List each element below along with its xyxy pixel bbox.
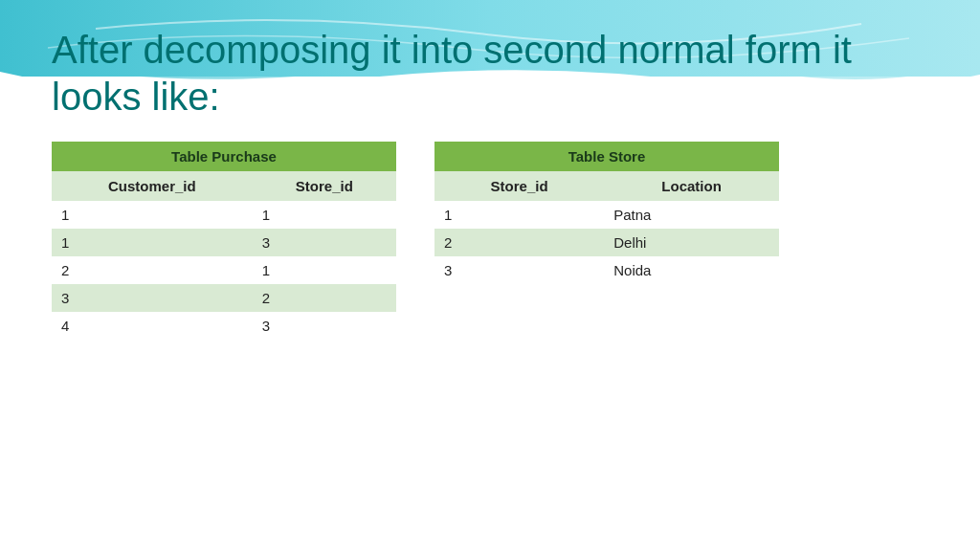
store-col-storeid: Store_id bbox=[434, 171, 604, 201]
table-row: 13 bbox=[52, 229, 396, 256]
table-cell: 1 bbox=[253, 201, 396, 229]
table-cell: 2 bbox=[434, 229, 604, 256]
table-cell: 3 bbox=[253, 229, 396, 256]
table-row: 32 bbox=[52, 284, 396, 312]
purchase-col-store: Store_id bbox=[253, 171, 396, 201]
store-table-title: Table Store bbox=[434, 142, 779, 171]
table-cell: Patna bbox=[604, 201, 779, 229]
table-row: 3Noida bbox=[434, 256, 779, 284]
table-row: 2Delhi bbox=[434, 229, 779, 256]
table-cell: 3 bbox=[253, 312, 396, 340]
purchase-table: Table Purchase Customer_id Store_id 1113… bbox=[52, 142, 396, 340]
table-row: 1Patna bbox=[434, 201, 779, 229]
table-cell: 1 bbox=[52, 201, 253, 229]
table-cell: 3 bbox=[434, 256, 604, 284]
page-title: After decomposing it into second normal … bbox=[52, 27, 928, 121]
table-cell: 2 bbox=[253, 284, 396, 312]
store-table: Table Store Store_id Location 1Patna2Del… bbox=[434, 142, 779, 284]
table-row: 11 bbox=[52, 201, 396, 229]
table-cell: 3 bbox=[52, 284, 253, 312]
table-cell: 1 bbox=[434, 201, 604, 229]
table-row: 43 bbox=[52, 312, 396, 340]
store-col-location: Location bbox=[604, 171, 779, 201]
purchase-table-title: Table Purchase bbox=[52, 142, 396, 171]
main-content: After decomposing it into second normal … bbox=[0, 0, 980, 359]
table-cell: 4 bbox=[52, 312, 253, 340]
table-cell: Noida bbox=[604, 256, 779, 284]
tables-container: Table Purchase Customer_id Store_id 1113… bbox=[52, 142, 928, 340]
purchase-col-customer: Customer_id bbox=[52, 171, 253, 201]
table-row: 21 bbox=[52, 256, 396, 284]
table-cell: 1 bbox=[52, 229, 253, 256]
table-cell: 2 bbox=[52, 256, 253, 284]
table-cell: 1 bbox=[253, 256, 396, 284]
table-cell: Delhi bbox=[604, 229, 779, 256]
